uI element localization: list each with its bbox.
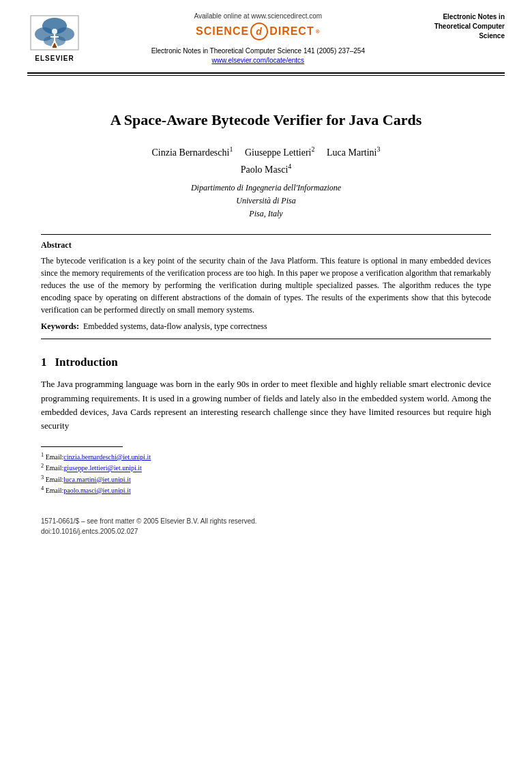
intro-paragraph: The Java programming language was born i…: [41, 377, 491, 433]
direct-text: DIRECT: [269, 25, 314, 38]
author-1: Cinzia Bernardeschi1: [152, 147, 233, 158]
keywords-text: Embedded systems, data-flow analysis, ty…: [83, 321, 267, 331]
keywords-label: Keywords:: [41, 321, 79, 331]
author-3: Luca Martini3: [327, 147, 380, 158]
section-1-title: Introduction: [55, 356, 118, 369]
journal-link[interactable]: www.elsevier.com/locate/entcs: [212, 57, 305, 64]
header-center: Available online at www.sciencedirect.co…: [82, 12, 434, 66]
elsevier-logo-block: ELSEVIER: [27, 12, 82, 62]
section-1-number: 1: [41, 356, 47, 369]
keywords: Keywords: Embedded systems, data-flow an…: [41, 321, 491, 332]
elsevier-logo-image: [27, 12, 82, 53]
copyright-block: 1571-0661/$ – see front matter © 2005 El…: [41, 516, 491, 536]
authors-block: Cinzia Bernardeschi1 Giuseppe Lettieri2 …: [41, 145, 491, 177]
footnote-rule: [41, 446, 123, 447]
top-rule: [27, 72, 505, 74]
abstract-text: The bytecode verification is a key point…: [41, 255, 491, 316]
header: ELSEVIER Available online at www.science…: [0, 0, 532, 72]
email-3[interactable]: luca.martini@iet.unipi.it: [63, 476, 130, 483]
affiliation: Dipartimento di Ingegneria dell'Informaz…: [41, 182, 491, 221]
email-2[interactable]: giuseppe.lettieri@iet.unipi.it: [63, 465, 141, 472]
available-online-text: Available online at www.sciencedirect.co…: [95, 12, 421, 20]
journal-line: Electronic Notes in Theoretical Computer…: [95, 47, 421, 55]
svg-point-6: [52, 29, 57, 34]
header-right: Electronic Notes inTheoretical ComputerS…: [434, 12, 505, 41]
circle-d-icon: d: [250, 23, 268, 40]
author-2: Giuseppe Lettieri2: [245, 147, 315, 158]
abstract-header: Abstract: [41, 240, 491, 250]
sciencedirect-logo: SCIENCE d DIRECT ®: [95, 23, 421, 40]
footnote-4: 4 Email:paolo.masci@iet.unipi.it: [41, 485, 491, 496]
elsevier-label: ELSEVIER: [35, 55, 74, 62]
footnote-3: 3 Email:luca.martini@iet.unipi.it: [41, 474, 491, 485]
author-4: Paolo Masci4: [241, 164, 292, 175]
main-content: A Space-Aware Bytecode Verifier for Java…: [0, 76, 532, 550]
abstract-rule-top: [41, 234, 491, 235]
copyright-line1: 1571-0661/$ – see front matter © 2005 El…: [41, 516, 491, 526]
abstract-rule-bottom: [41, 339, 491, 339]
section-1-heading: 1Introduction: [41, 356, 491, 369]
science-text: SCIENCE: [196, 25, 249, 38]
copyright-line2: doi:10.1016/j.entcs.2005.02.027: [41, 526, 491, 536]
journal-name-right: Electronic Notes inTheoretical ComputerS…: [434, 12, 505, 41]
page: ELSEVIER Available online at www.science…: [0, 0, 532, 774]
email-1[interactable]: cinzia.bernardeschi@iet.unipi.it: [63, 453, 151, 461]
email-4[interactable]: paolo.masci@iet.unipi.it: [63, 487, 130, 494]
footnote-1: 1 Email:cinzia.bernardeschi@iet.unipi.it: [41, 451, 491, 462]
paper-title: A Space-Aware Bytecode Verifier for Java…: [41, 110, 491, 131]
footnote-2: 2 Email:giuseppe.lettieri@iet.unipi.it: [41, 462, 491, 473]
